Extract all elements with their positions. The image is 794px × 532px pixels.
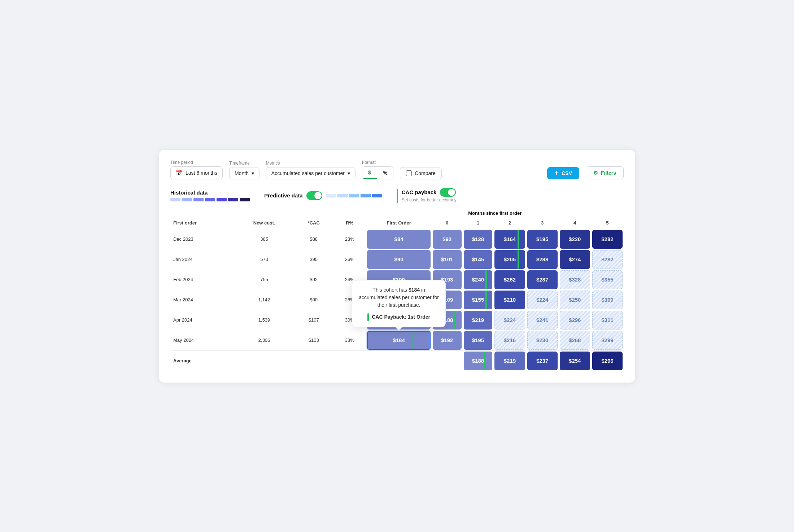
col-header-5: 5 xyxy=(591,218,624,229)
cohort-cell[interactable]: $296 xyxy=(559,310,591,330)
legend-row: Historical data Predictive data xyxy=(170,188,624,203)
col-header-0: 0 xyxy=(432,218,463,229)
predictive-bars xyxy=(326,194,382,197)
cohort-cell[interactable]: $240 xyxy=(463,270,494,290)
compare-button[interactable]: Compare xyxy=(400,167,442,179)
cohort-cell[interactable]: $287 xyxy=(526,270,559,290)
format-buttons: $ % xyxy=(362,166,393,179)
col-header-1: 1 xyxy=(463,218,494,229)
col-header-new-cust: New cust. xyxy=(234,218,295,229)
cohort-cell[interactable]: $230 xyxy=(526,330,559,350)
cohort-cell[interactable]: $184 This cohort has $184 in accumulated… xyxy=(366,330,431,350)
timeframe-value: Month xyxy=(235,170,249,176)
cohort-cell[interactable]: $216 xyxy=(493,330,526,350)
avg-cell: $237 xyxy=(526,350,559,371)
cohort-cell[interactable]: $224 xyxy=(493,310,526,330)
cac-text: CAC payback Set costs for better accurac… xyxy=(402,188,457,202)
hist-bar-6 xyxy=(228,198,238,201)
row-first-order: Apr 2024 xyxy=(170,310,234,330)
cohort-cell[interactable]: $262 xyxy=(493,270,526,290)
col-header-first-order-val: First Order xyxy=(366,218,431,229)
pred-bar-1 xyxy=(326,194,336,197)
cohort-cell[interactable]: $288 xyxy=(526,249,559,270)
time-period-group: Time period 📅 Last 6 months xyxy=(170,160,223,179)
cohort-cell[interactable]: $210 xyxy=(493,290,526,310)
chevron-down-icon: ▾ xyxy=(348,170,350,176)
filters-button[interactable]: ⚙ Filters xyxy=(586,166,624,179)
cohort-cell[interactable]: $145 xyxy=(463,249,494,270)
cohort-cell[interactable]: $224 xyxy=(526,290,559,310)
cohort-cell[interactable]: $241 xyxy=(526,310,559,330)
avg-cell: $219 xyxy=(493,350,526,371)
format-dollar-button[interactable]: $ xyxy=(362,167,377,179)
cohort-cell[interactable]: $250 xyxy=(559,290,591,310)
hist-bar-1 xyxy=(170,198,180,201)
cohort-cell[interactable]: $195 xyxy=(526,229,559,249)
row-cac: $107 xyxy=(295,310,333,330)
cac-title: CAC payback xyxy=(402,189,437,195)
calendar-icon: 📅 xyxy=(176,170,183,176)
cohort-cell[interactable]: $195 xyxy=(463,330,494,350)
cohort-cell[interactable]: $101 xyxy=(432,249,463,270)
row-new-cust: 1,539 xyxy=(234,310,295,330)
row-new-cust: 755 xyxy=(234,270,295,290)
row-new-cust: 385 xyxy=(234,229,295,249)
cohort-cell[interactable]: $92 xyxy=(432,229,463,249)
timeframe-button[interactable]: Month ▾ xyxy=(229,167,259,179)
chevron-down-icon: ▾ xyxy=(252,170,254,176)
predictive-title: Predictive data xyxy=(264,192,303,199)
average-row: Average $188$219$237$254$296 xyxy=(170,350,624,371)
col-header-cac: *CAC xyxy=(295,218,333,229)
cac-bar-indicator xyxy=(397,189,398,203)
col-header-3: 3 xyxy=(526,218,559,229)
timeframe-group: Timeframe Month ▾ xyxy=(229,161,259,179)
row-rpct: 26% xyxy=(333,249,366,270)
cohort-cell[interactable]: $311 xyxy=(591,310,624,330)
filters-label: Filters xyxy=(601,170,616,176)
row-cac: $92 xyxy=(295,270,333,290)
cohort-cell[interactable]: $328 xyxy=(559,270,591,290)
cohort-cell[interactable]: $299 xyxy=(591,330,624,350)
table-row: May 2024 2,306 $103 33% $184 This cohort… xyxy=(170,330,624,350)
cohort-table: Months since first order First order New… xyxy=(170,210,624,371)
row-first-order: Dec 2023 xyxy=(170,229,234,249)
cac-toggle[interactable] xyxy=(440,188,456,197)
cohort-cell[interactable]: $268 xyxy=(559,330,591,350)
historical-bars xyxy=(170,198,250,201)
cohort-cell[interactable]: $90 xyxy=(366,249,431,270)
pred-bar-3 xyxy=(349,194,359,197)
cac-payback-line xyxy=(454,311,456,330)
pred-bar-5 xyxy=(372,194,382,197)
cohort-cell[interactable]: $220 xyxy=(559,229,591,249)
months-since-header: Months since first order xyxy=(366,210,624,218)
row-cac: $95 xyxy=(295,249,333,270)
hist-bar-3 xyxy=(193,198,204,201)
metrics-group: Metrics Accumulated sales per customer ▾ xyxy=(266,161,355,179)
csv-button[interactable]: ⬆ CSV xyxy=(547,167,579,179)
cohort-cell[interactable]: $128 xyxy=(463,229,494,249)
predictive-toggle-group: Predictive data xyxy=(264,191,382,200)
cohort-tooltip: This cohort has $184 in accumulated sale… xyxy=(352,280,446,327)
timeframe-label: Timeframe xyxy=(229,161,259,166)
time-period-button[interactable]: 📅 Last 6 months xyxy=(170,166,223,179)
historical-legend: Historical data xyxy=(170,189,250,201)
cohort-cell[interactable]: $219 xyxy=(463,310,494,330)
cohort-cell[interactable]: $282 xyxy=(591,229,624,249)
col-header-first-order: First order xyxy=(170,218,234,229)
cohort-cell[interactable]: $282 xyxy=(591,249,624,270)
cohort-cell[interactable]: $309 xyxy=(591,290,624,310)
cohort-cell[interactable]: $192 xyxy=(432,330,463,350)
cohort-cell[interactable]: $155 xyxy=(463,290,494,310)
cohort-cell[interactable]: $355 xyxy=(591,270,624,290)
cac-payback-line xyxy=(485,291,487,309)
cohort-cell[interactable]: $205 xyxy=(493,249,526,270)
cac-subtitle: Set costs for better accuracy xyxy=(402,197,457,202)
cohort-cell[interactable]: $84 xyxy=(366,229,431,249)
format-percent-button[interactable]: % xyxy=(377,167,393,179)
avg-cell: $188 xyxy=(463,350,494,371)
hist-bar-4 xyxy=(205,198,215,201)
cohort-cell[interactable]: $164 xyxy=(493,229,526,249)
predictive-toggle[interactable] xyxy=(306,191,322,200)
cohort-cell[interactable]: $274 xyxy=(559,249,591,270)
metrics-button[interactable]: Accumulated sales per customer ▾ xyxy=(266,167,355,179)
